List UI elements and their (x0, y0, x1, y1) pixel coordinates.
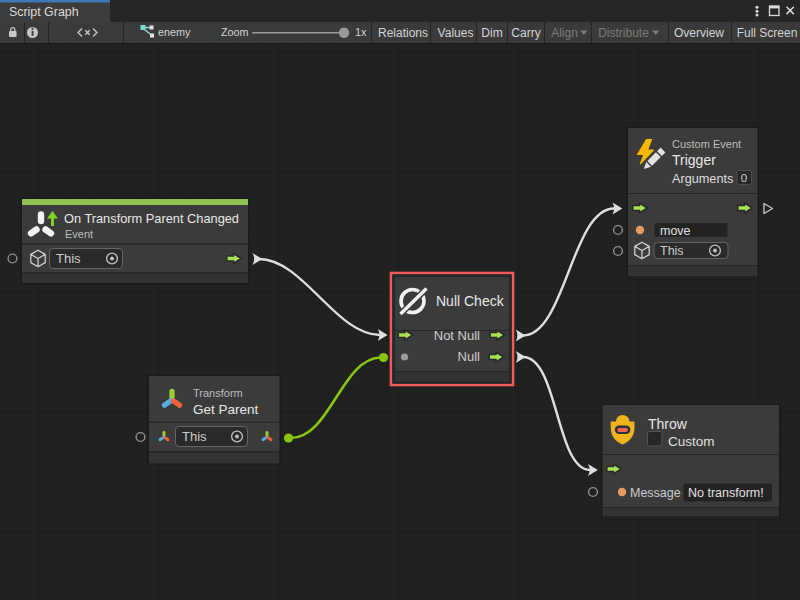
svg-text:Null: Null (458, 349, 481, 364)
svg-text:Zoom: Zoom (221, 26, 249, 38)
svg-text:Arguments: Arguments (672, 172, 733, 186)
svg-text:Distribute: Distribute (598, 26, 649, 40)
svg-text:Overview: Overview (674, 26, 724, 40)
svg-text:Transform: Transform (193, 387, 243, 399)
svg-text:No transform!: No transform! (688, 486, 764, 500)
svg-text:Message: Message (630, 486, 681, 500)
svg-text:Relations: Relations (378, 26, 428, 40)
svg-text:Align: Align (551, 26, 578, 40)
svg-text:Get Parent: Get Parent (193, 402, 259, 417)
svg-text:Carry: Carry (511, 26, 540, 40)
svg-text:move: move (660, 224, 691, 238)
svg-text:Null Check: Null Check (436, 293, 505, 309)
svg-text:This: This (56, 251, 81, 266)
svg-text:This: This (182, 429, 207, 444)
svg-text:Full Screen: Full Screen (737, 26, 798, 40)
svg-text:Values: Values (438, 26, 474, 40)
svg-text:Event: Event (65, 228, 93, 240)
svg-text:Dim: Dim (481, 26, 502, 40)
svg-text:enemy: enemy (158, 26, 191, 38)
svg-text:Throw: Throw (648, 416, 688, 432)
svg-text:1x: 1x (355, 26, 367, 38)
svg-text:Trigger: Trigger (672, 152, 716, 168)
svg-text:Not Null: Not Null (434, 328, 480, 343)
svg-text:Custom Event: Custom Event (672, 138, 741, 150)
svg-text:This: This (660, 244, 684, 258)
svg-text:On Transform Parent Changed: On Transform Parent Changed (64, 211, 239, 226)
svg-text:0: 0 (741, 172, 747, 184)
svg-text:Script Graph: Script Graph (9, 5, 79, 19)
svg-text:Custom: Custom (668, 434, 715, 449)
